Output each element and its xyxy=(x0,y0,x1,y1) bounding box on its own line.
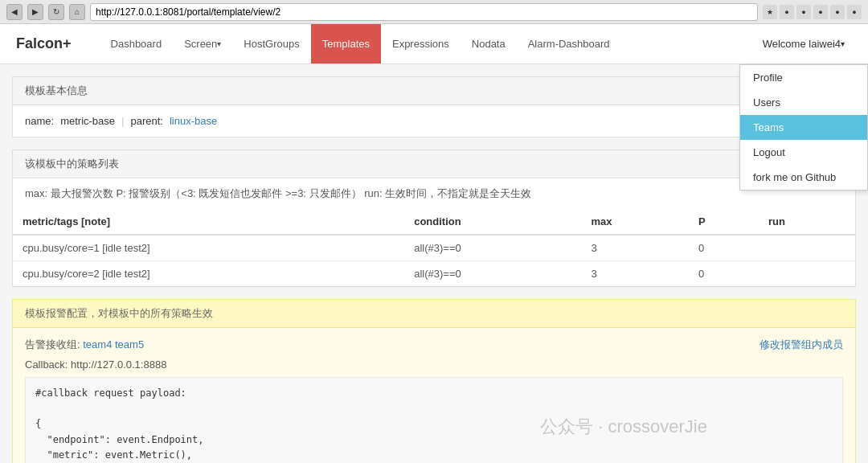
nav-link-dashboard[interactable]: Dashboard xyxy=(100,24,174,64)
main-content: 模板基本信息 name: metric-base | parent: linux… xyxy=(0,64,868,463)
dropdown-teams[interactable]: Teams xyxy=(740,115,867,140)
parent-link[interactable]: linux-base xyxy=(170,115,217,127)
menu-icon-2[interactable]: ● xyxy=(796,5,811,19)
name-value: metric-base xyxy=(60,115,115,127)
strategy-list-header: 该模板中的策略列表 xyxy=(13,150,855,178)
table-header-row: metric/tags [note] condition max P run xyxy=(13,209,855,235)
nav-item-alarm-dashboard: Alarm-Dashboard xyxy=(517,24,621,64)
col-condition: condition xyxy=(404,209,581,235)
callback-label: Callback: xyxy=(25,359,68,371)
template-info-line: name: metric-base | parent: linux-base xyxy=(25,115,843,127)
home-button[interactable]: ⌂ xyxy=(69,4,85,20)
row2-metric: cpu.busy/core=2 [idle test2] xyxy=(13,261,404,287)
nav-item-dashboard: Dashboard xyxy=(100,24,174,64)
col-metric: metric/tags [note] xyxy=(13,209,404,235)
dropdown-logout[interactable]: Logout xyxy=(740,140,867,165)
brand-logo[interactable]: Falcon+ xyxy=(12,24,76,64)
divider: | xyxy=(121,115,124,127)
template-basic-body: name: metric-base | parent: linux-base xyxy=(13,105,855,137)
alert-receiver-label: 告警接收组: team4 team5 xyxy=(25,338,144,352)
nav-link-screen[interactable]: Screen xyxy=(173,24,232,64)
template-basic-header: 模板基本信息 xyxy=(13,77,855,105)
nav-link-expressions[interactable]: Expressions xyxy=(381,24,461,64)
row1-metric: cpu.busy/core=1 [idle test2] xyxy=(13,235,404,261)
back-button[interactable]: ◀ xyxy=(6,4,23,20)
parent-label: parent: xyxy=(130,115,162,127)
navbar-right: Welcome laiwei4 Profile Users Teams Logo… xyxy=(751,24,856,64)
dropdown-fork[interactable]: fork me on Github xyxy=(740,165,867,190)
menu-icon-5[interactable]: ● xyxy=(847,5,862,19)
menu-icon-4[interactable]: ● xyxy=(830,5,845,19)
alert-config-header: 模板报警配置，对模板中的所有策略生效 xyxy=(13,300,855,328)
table-row: cpu.busy/core=2 [idle test2] all(#3)==0 … xyxy=(13,261,855,287)
browser-icons: ★ ● ● ● ● ● xyxy=(763,5,862,19)
nav-link-alarm-dashboard[interactable]: Alarm-Dashboard xyxy=(517,24,621,64)
edit-members-link[interactable]: 修改报警组内成员 xyxy=(760,338,843,352)
dropdown-users[interactable]: Users xyxy=(740,90,867,115)
strategy-list-section: 该模板中的策略列表 max: 最大报警次数 P: 报警级别（<3: 既发短信也发… xyxy=(12,150,856,287)
row2-condition: all(#3)==0 xyxy=(404,261,581,287)
name-label: name: xyxy=(25,115,54,127)
alert-config-body: 告警接收组: team4 team5 修改报警组内成员 Callback: ht… xyxy=(13,328,855,463)
refresh-button[interactable]: ↻ xyxy=(48,4,64,20)
nav-link-nodata[interactable]: Nodata xyxy=(461,24,517,64)
strategy-description: max: 最大报警次数 P: 报警级别（<3: 既发短信也发邮件 >=3: 只发… xyxy=(13,178,855,209)
nav-item-screen: Screen xyxy=(173,24,232,64)
user-menu-button[interactable]: Welcome laiwei4 xyxy=(751,24,856,64)
receiver-teams-link[interactable]: team4 team5 xyxy=(83,338,144,350)
code-block: #callback request payload: { "endpoint":… xyxy=(25,377,843,463)
row1-run xyxy=(759,235,855,261)
navbar: Falcon+ Dashboard Screen HostGroups Temp… xyxy=(0,24,868,64)
user-dropdown-menu: Profile Users Teams Logout fork me on Gi… xyxy=(739,64,868,191)
row1-max: 3 xyxy=(581,235,688,261)
url-bar[interactable] xyxy=(90,3,758,21)
row2-p: 0 xyxy=(689,261,759,287)
row1-p: 0 xyxy=(689,235,759,261)
nav-link-hostgroups[interactable]: HostGroups xyxy=(232,24,310,64)
callback-url: http://127.0.0.1:8888 xyxy=(71,359,166,371)
row2-max: 3 xyxy=(581,261,688,287)
nav-link-templates[interactable]: Templates xyxy=(311,24,381,64)
callback-row: Callback: http://127.0.0.1:8888 xyxy=(25,359,843,371)
nav-item-expressions: Expressions xyxy=(381,24,461,64)
menu-icon-3[interactable]: ● xyxy=(813,5,828,19)
alert-config-section: 模板报警配置，对模板中的所有策略生效 告警接收组: team4 team5 修改… xyxy=(12,299,856,463)
menu-icon-1[interactable]: ● xyxy=(780,5,794,19)
dropdown-profile[interactable]: Profile xyxy=(740,65,867,90)
alert-receiver-row: 告警接收组: team4 team5 修改报警组内成员 xyxy=(25,338,843,352)
strategy-table: metric/tags [note] condition max P run c… xyxy=(13,209,855,286)
browser-bar: ◀ ▶ ↻ ⌂ ★ ● ● ● ● ● xyxy=(0,0,868,24)
template-basic-section: 模板基本信息 name: metric-base | parent: linux… xyxy=(12,76,856,137)
receiver-prefix: 告警接收组: xyxy=(25,338,80,350)
col-p: P xyxy=(689,209,759,235)
nav-item-hostgroups: HostGroups xyxy=(232,24,310,64)
table-row: cpu.busy/core=1 [idle test2] all(#3)==0 … xyxy=(13,235,855,261)
nav-item-templates: Templates xyxy=(311,24,381,64)
main-nav: Dashboard Screen HostGroups Templates Ex… xyxy=(100,24,751,64)
forward-button[interactable]: ▶ xyxy=(27,4,43,20)
row2-run xyxy=(759,261,855,287)
nav-item-nodata: Nodata xyxy=(461,24,517,64)
row1-condition: all(#3)==0 xyxy=(404,235,581,261)
col-run: run xyxy=(759,209,855,235)
bookmark-icon[interactable]: ★ xyxy=(763,5,777,19)
col-max: max xyxy=(581,209,688,235)
